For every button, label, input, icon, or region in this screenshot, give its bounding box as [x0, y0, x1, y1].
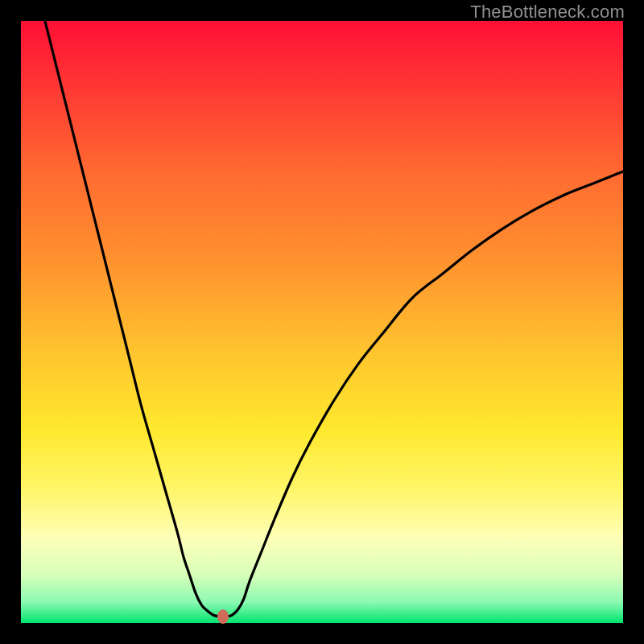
bottleneck-curve-path: [45, 21, 623, 617]
optimal-point-marker: [217, 609, 229, 624]
watermark-text: TheBottleneck.com: [470, 2, 625, 23]
chart-frame: [21, 21, 623, 623]
chart-curve-layer: [21, 21, 623, 623]
